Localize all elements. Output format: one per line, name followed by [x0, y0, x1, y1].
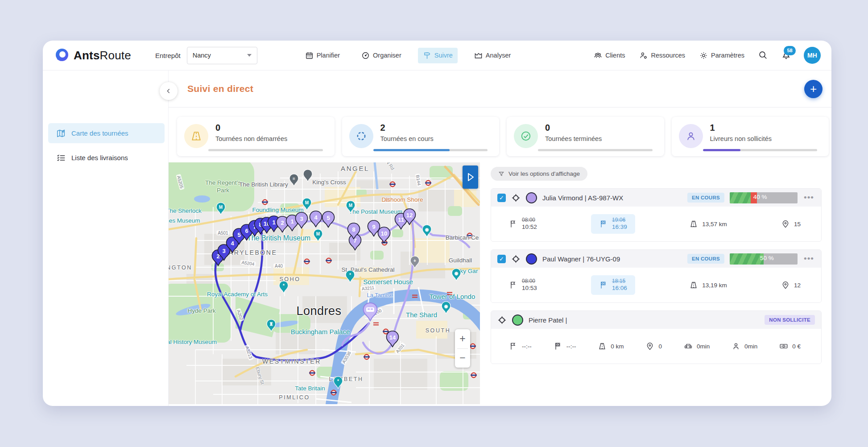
logo-icon: [54, 48, 70, 63]
map[interactable]: + − ANGELKing's CrossThe Regent'sParkThe…: [169, 162, 480, 404]
route-stop-pin-purple-4[interactable]: 4: [309, 211, 322, 229]
svg-text:M: M: [305, 200, 309, 205]
poi-pin-icon: ◉: [441, 301, 451, 316]
stat-label: Livreurs non sollicités: [710, 135, 822, 142]
nav-item-clients[interactable]: Clients: [593, 49, 626, 62]
route-stop-pin-purple-12[interactable]: 12: [403, 208, 416, 227]
tube-station-icon: [331, 390, 337, 395]
title-row: Suivi en direct +: [169, 70, 831, 108]
poi-pin-icon: *: [345, 270, 355, 285]
route-stop-pin-purple-3[interactable]: 3: [295, 212, 308, 231]
driver-name: Julia Virmond | AS-987-WX: [542, 194, 623, 202]
route-stop-pin-purple-14[interactable]: 14: [386, 331, 399, 349]
finish-icon: [599, 219, 608, 228]
poi-pin-icon: [303, 169, 313, 184]
driver-name: Paul Wagner | 76-UYG-09: [542, 255, 620, 263]
logo-text: AntsRoute: [74, 49, 131, 62]
poi-pin-icon: ◉: [422, 224, 432, 239]
crosshair-icon[interactable]: [497, 315, 507, 325]
money-icon: [779, 342, 788, 351]
driver-stat-pin: 12: [781, 281, 801, 290]
navbar: AntsRoute Entrepôt Nancy Planifier Organ…: [43, 41, 831, 70]
gauge-icon: [361, 51, 370, 60]
avatar[interactable]: MH: [804, 47, 821, 64]
nav-item-1[interactable]: Organiser: [356, 48, 406, 63]
poi-pin-icon: ◉: [451, 268, 462, 283]
stat-card-1: 2 Tournées en cours: [342, 117, 500, 156]
page-title: Suivi en direct: [187, 83, 253, 94]
driver-checkbox[interactable]: ✓: [497, 194, 506, 202]
notification-badge: 58: [784, 46, 796, 55]
row-menu-button[interactable]: •••: [803, 193, 815, 203]
vehicle-marker[interactable]: [362, 302, 379, 324]
add-button[interactable]: +: [804, 80, 823, 98]
personcard-icon: [679, 124, 703, 148]
chart-icon: [474, 51, 483, 60]
svg-text:3: 3: [222, 248, 225, 254]
list-icon: [56, 153, 66, 163]
driver-checkbox[interactable]: ✓: [497, 255, 506, 263]
usergear-icon: [639, 51, 648, 60]
svg-text:1: 1: [290, 218, 293, 225]
route-stop-pin-purple-10[interactable]: 10: [377, 227, 391, 245]
tube-station-icon: [364, 355, 370, 359]
driver-stat-road: 13,57 km: [689, 219, 727, 228]
zoom-out-button[interactable]: −: [455, 349, 470, 368]
driver-card-0: ✓ Julia Virmond | AS-987-WX EN COURS 40 …: [491, 188, 822, 242]
stat-value: 1: [710, 123, 822, 133]
driver-card-1: ✓ Paul Wagner | 76-UYG-09 EN COURS 50 %•…: [491, 249, 822, 303]
progress-label: 40 %: [753, 194, 767, 200]
nav-item-ressources[interactable]: Ressources: [638, 49, 686, 62]
pin-icon: [781, 219, 790, 228]
nav-item-2[interactable]: Suivre: [418, 48, 458, 63]
spinner-icon: [349, 124, 373, 148]
driver-stat-finish: --:--: [554, 342, 576, 351]
crosshair-icon[interactable]: [511, 254, 521, 264]
app-window: AntsRoute Entrepôt Nancy Planifier Organ…: [43, 41, 831, 406]
nav-item-0[interactable]: Planifier: [300, 48, 345, 63]
driver-row-header: Pierre Patel | NON SOLLICITE: [491, 311, 821, 329]
stat-card-3: 1 Livreurs non sollicités: [672, 117, 829, 156]
pin-icon: [781, 281, 790, 290]
row-menu-button[interactable]: •••: [803, 254, 815, 264]
back-button[interactable]: [160, 82, 178, 100]
svg-text:M: M: [349, 203, 352, 208]
poi-pin-icon: M: [346, 200, 356, 215]
route-stop-pin-purple-5[interactable]: 5: [322, 211, 335, 230]
route-stop-pin-purple-8[interactable]: 8: [347, 223, 360, 241]
crosshair-icon[interactable]: [511, 193, 521, 203]
tube-station-icon: [470, 344, 476, 348]
main-row: + − ANGELKing's CrossThe Regent'sParkThe…: [169, 162, 831, 406]
svg-text:+: +: [413, 258, 416, 263]
stat-label: Tournées en cours: [380, 135, 492, 142]
zoom-in-button[interactable]: +: [455, 329, 470, 348]
stat-label: Tournées terminées: [545, 135, 657, 142]
person-icon: [732, 342, 740, 351]
sidebar: Carte des tournées Liste des livraisons: [43, 70, 169, 406]
notifications-button[interactable]: 58: [781, 50, 791, 62]
panel-collapse-button[interactable]: [463, 166, 478, 189]
app-logo: AntsRoute: [54, 48, 131, 63]
display-options-button[interactable]: Voir les options d'affichage: [491, 167, 587, 181]
svg-text:M: M: [219, 205, 223, 210]
tube-station-icon: [425, 181, 431, 185]
driver-avatar: [512, 315, 523, 326]
desktop-background: AntsRoute Entrepôt Nancy Planifier Organ…: [0, 0, 868, 447]
svg-text:14: 14: [389, 334, 396, 341]
warehouse-select[interactable]: Nancy: [187, 47, 257, 64]
pin-icon: [645, 342, 654, 351]
nav-item-paramètres[interactable]: Paramètres: [699, 49, 745, 62]
driver-stat-finish: 19:0616:39: [591, 214, 635, 234]
calendar-icon: [305, 51, 314, 60]
funnel-icon: [498, 171, 504, 177]
status-badge: EN COURS: [687, 254, 724, 264]
sidebar-item-1[interactable]: Liste des livraisons: [48, 148, 165, 168]
search-icon[interactable]: [758, 50, 769, 61]
driver-stat-pin: 0: [645, 342, 662, 351]
nav-item-3[interactable]: Analyser: [469, 48, 516, 63]
finish-icon: [599, 281, 608, 290]
driver-row-details: 08:0010:53 18:1516:06 13,19 km 12: [491, 268, 821, 302]
sidebar-item-0[interactable]: Carte des tournées: [48, 123, 165, 143]
map-zoom-control: + −: [455, 329, 470, 368]
driver-row-header: ✓ Paul Wagner | 76-UYG-09 EN COURS 50 %•…: [491, 250, 821, 268]
